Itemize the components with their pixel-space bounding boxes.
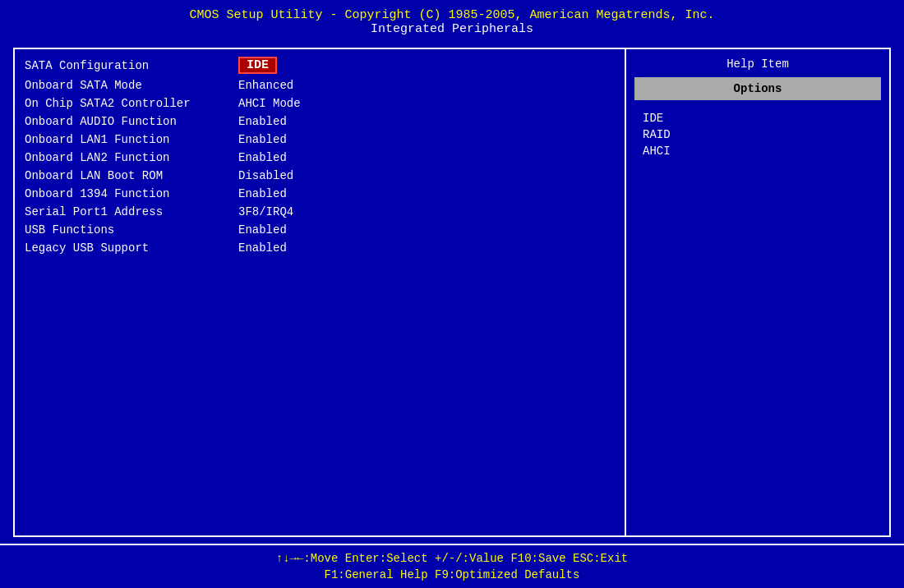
config-label: On Chip SATA2 Controller xyxy=(25,97,238,110)
option-item[interactable]: RAID xyxy=(643,126,873,143)
options-list: IDERAIDAHCI xyxy=(626,107,889,163)
config-value[interactable]: IDE xyxy=(238,57,277,74)
help-item-header: Help Item xyxy=(626,54,889,77)
config-value[interactable]: AHCI Mode xyxy=(238,97,301,110)
config-value[interactable]: Enabled xyxy=(238,241,287,255)
bios-header: CMOS Setup Utility - Copyright (C) 1985-… xyxy=(0,0,904,41)
config-row[interactable]: SATA ConfigurationIDE xyxy=(15,54,625,76)
header-title: CMOS Setup Utility - Copyright (C) 1985-… xyxy=(0,8,904,22)
config-row[interactable]: Serial Port1 Address3F8/IRQ4 xyxy=(15,203,625,221)
config-value[interactable]: Enhanced xyxy=(238,79,293,92)
config-value[interactable]: Enabled xyxy=(238,151,287,164)
config-row[interactable]: Onboard 1394 FunctionEnabled xyxy=(15,185,625,203)
config-row[interactable]: Onboard SATA ModeEnhanced xyxy=(15,76,625,94)
config-label: Onboard AUDIO Function xyxy=(25,115,238,128)
footer: ↑↓→←:Move Enter:Select +/-/:Value F10:Sa… xyxy=(0,544,904,588)
config-label: SATA Configuration xyxy=(25,59,238,72)
option-item[interactable]: IDE xyxy=(643,110,873,126)
footer-line2: F1:General Help F9:Optimized Defaults xyxy=(0,567,904,583)
main-content: SATA ConfigurationIDEOnboard SATA ModeEn… xyxy=(13,48,891,537)
config-label: Onboard LAN2 Function xyxy=(25,151,238,164)
config-row[interactable]: Onboard LAN2 FunctionEnabled xyxy=(15,149,625,167)
config-row[interactable]: USB FunctionsEnabled xyxy=(15,221,625,239)
config-label: Legacy USB Support xyxy=(25,241,238,255)
header-subtitle: Integrated Peripherals xyxy=(0,22,904,36)
config-row[interactable]: On Chip SATA2 ControllerAHCI Mode xyxy=(15,94,625,113)
config-label: Onboard LAN1 Function xyxy=(25,133,238,146)
config-label: USB Functions xyxy=(25,223,238,237)
option-item[interactable]: AHCI xyxy=(643,143,873,159)
config-value[interactable]: Enabled xyxy=(238,133,287,146)
footer-line1: ↑↓→←:Move Enter:Select +/-/:Value F10:Sa… xyxy=(0,550,904,567)
config-value[interactable]: 3F8/IRQ4 xyxy=(238,205,293,218)
options-box: Options xyxy=(634,77,881,100)
config-row[interactable]: Onboard LAN Boot ROMDisabled xyxy=(15,167,625,185)
left-panel: SATA ConfigurationIDEOnboard SATA ModeEn… xyxy=(15,49,626,535)
config-label: Onboard LAN Boot ROM xyxy=(25,169,238,182)
config-row[interactable]: Onboard LAN1 FunctionEnabled xyxy=(15,131,625,149)
config-label: Serial Port1 Address xyxy=(25,205,238,218)
right-panel: Help Item Options IDERAIDAHCI xyxy=(626,49,889,535)
config-row[interactable]: Onboard AUDIO FunctionEnabled xyxy=(15,113,625,131)
config-value[interactable]: Disabled xyxy=(238,169,293,182)
config-label: Onboard SATA Mode xyxy=(25,79,238,92)
config-value[interactable]: Enabled xyxy=(238,223,287,237)
config-value[interactable]: Enabled xyxy=(238,187,287,200)
config-value[interactable]: Enabled xyxy=(238,115,287,128)
config-label: Onboard 1394 Function xyxy=(25,187,238,200)
config-row[interactable]: Legacy USB SupportEnabled xyxy=(15,239,625,257)
